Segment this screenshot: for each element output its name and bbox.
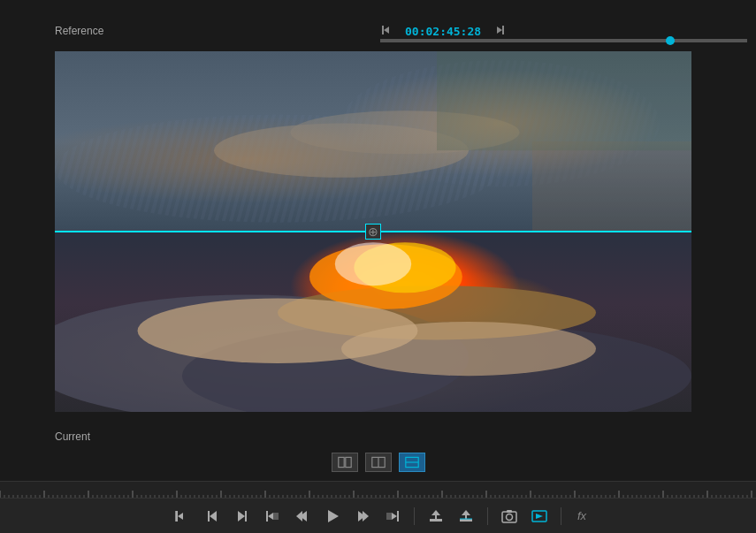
svg-point-18 xyxy=(341,322,596,376)
svg-rect-200 xyxy=(208,511,210,522)
previous-edit-button[interactable] xyxy=(200,504,225,529)
quick-export-button[interactable] xyxy=(527,504,552,529)
reference-label: Reference xyxy=(55,25,103,37)
split-view-button[interactable] xyxy=(365,453,392,472)
svg-point-222 xyxy=(506,514,512,520)
svg-rect-219 xyxy=(465,515,467,519)
svg-rect-9 xyxy=(532,141,691,232)
svg-marker-201 xyxy=(238,511,245,522)
separator-2 xyxy=(487,507,488,525)
svg-marker-210 xyxy=(363,511,369,522)
timeline-ruler[interactable] xyxy=(0,481,756,499)
svg-marker-215 xyxy=(431,510,440,515)
go-to-out-button[interactable] xyxy=(380,504,405,529)
side-by-side-view-button[interactable] xyxy=(332,453,358,472)
timecode-display: 00:02:45:28 xyxy=(405,25,481,38)
svg-rect-214 xyxy=(430,519,442,522)
svg-marker-207 xyxy=(296,511,302,522)
svg-point-16 xyxy=(335,242,411,286)
svg-rect-213 xyxy=(386,513,392,520)
svg-rect-205 xyxy=(273,513,279,520)
svg-marker-199 xyxy=(210,511,217,522)
svg-marker-2 xyxy=(497,27,502,34)
step-forward-button[interactable] xyxy=(350,504,375,529)
progress-bar[interactable] xyxy=(380,39,747,42)
video-comparison-area xyxy=(55,51,691,412)
progress-fill xyxy=(380,39,747,42)
go-to-in-button[interactable] xyxy=(260,504,285,529)
overlay-view-button[interactable] xyxy=(399,453,425,472)
svg-marker-1 xyxy=(384,27,389,34)
fx-label: fx xyxy=(577,509,586,522)
svg-rect-0 xyxy=(382,26,384,34)
svg-rect-197 xyxy=(176,511,178,522)
view-mode-controls xyxy=(0,449,756,476)
svg-marker-198 xyxy=(178,513,183,520)
svg-rect-203 xyxy=(266,511,268,522)
svg-rect-20 xyxy=(345,457,350,467)
svg-rect-216 xyxy=(435,515,437,519)
mark-in-button[interactable] xyxy=(170,504,195,529)
progress-handle[interactable] xyxy=(666,36,675,45)
svg-rect-211 xyxy=(397,511,399,522)
lift-button[interactable] xyxy=(424,504,448,529)
left-sidebar xyxy=(0,51,55,412)
ruler-ticks xyxy=(0,482,756,499)
separator-3 xyxy=(561,507,561,525)
svg-marker-204 xyxy=(268,513,273,520)
svg-rect-202 xyxy=(245,511,247,522)
svg-marker-208 xyxy=(328,510,339,522)
mark-out-point-icon[interactable] xyxy=(493,24,506,39)
svg-rect-223 xyxy=(507,510,512,513)
next-edit-button[interactable] xyxy=(230,504,255,529)
current-label: Current xyxy=(55,430,90,443)
svg-marker-225 xyxy=(536,514,543,519)
separator-1 xyxy=(414,507,415,525)
extract-button[interactable] xyxy=(454,504,478,529)
reference-video-content xyxy=(55,51,691,232)
svg-marker-212 xyxy=(392,513,397,520)
svg-marker-218 xyxy=(462,510,470,515)
current-video-content xyxy=(55,232,691,412)
reference-video-frame xyxy=(55,51,691,232)
play-button[interactable] xyxy=(320,504,345,529)
video-split-divider[interactable] xyxy=(55,231,691,232)
svg-rect-3 xyxy=(502,26,504,34)
divider-drag-handle[interactable] xyxy=(365,224,381,240)
mark-in-point-icon[interactable] xyxy=(380,24,393,39)
current-video-frame xyxy=(55,232,691,412)
svg-rect-10 xyxy=(437,51,691,150)
export-frame-button[interactable] xyxy=(497,504,522,529)
svg-rect-19 xyxy=(338,457,343,467)
bottom-toolbar: fx xyxy=(0,498,756,533)
play-back-button[interactable] xyxy=(290,504,315,529)
